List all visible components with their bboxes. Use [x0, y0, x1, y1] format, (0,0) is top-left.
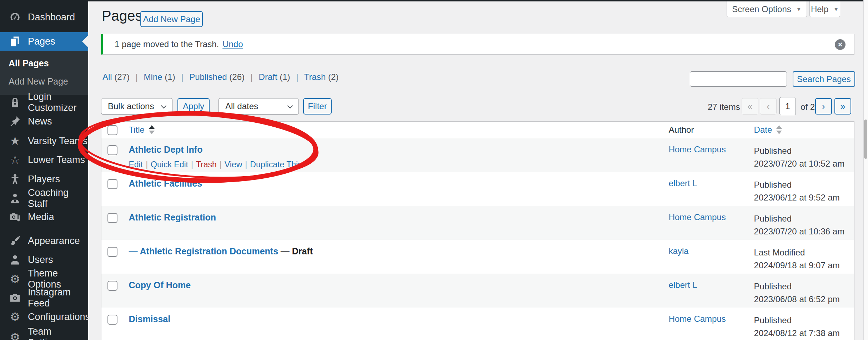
row-checkbox[interactable]	[107, 315, 117, 325]
sidebar-item-pages[interactable]: Pages	[0, 32, 88, 51]
add-new-page-button[interactable]: Add New Page	[140, 11, 203, 27]
author-link[interactable]: Home Campus	[669, 212, 726, 222]
filter-count: (1)	[165, 72, 175, 82]
sort-by-title-header[interactable]: Title	[129, 125, 154, 135]
sidebar-item-varsity-teams[interactable]: ★ Varsity Teams	[0, 131, 88, 151]
sidebar-item-instagram-feed[interactable]: Instagram Feed	[0, 288, 88, 308]
sidebar-item-label: Dashboard	[28, 12, 75, 23]
trash-link[interactable]: Trash	[196, 160, 217, 169]
page-title-link[interactable]: Athletic Dept Info	[129, 144, 202, 154]
last-page-button[interactable]: »	[834, 98, 851, 115]
dismiss-notice-icon[interactable]: ✕	[835, 39, 846, 50]
screen-options-tab[interactable]: Screen Options ▼	[727, 1, 807, 17]
table-header-row: Title Author Date	[101, 122, 854, 138]
admin-sidebar: Dashboard Pages All Pages Add New Page L…	[0, 0, 88, 340]
camera-icon	[8, 291, 22, 305]
undo-link[interactable]: Undo	[222, 39, 243, 49]
chevron-down-icon: ▼	[833, 6, 839, 12]
pages-table: Title Author Date	[101, 121, 854, 340]
sidebar-item-users[interactable]: Users	[0, 250, 88, 269]
pages-icon	[8, 34, 22, 49]
row-checkbox[interactable]	[107, 247, 117, 257]
author-column-header: Author	[663, 122, 748, 138]
table-row: Athletic Dept Info Edit|Quick Edit|Trash…	[101, 138, 854, 172]
row-actions: Edit|Quick Edit|Trash|View|Duplicate Thi…	[129, 160, 662, 169]
author-link[interactable]: Home Campus	[669, 144, 726, 154]
page-title-link[interactable]: Athletic Facilities	[129, 178, 202, 188]
sidebar-item-all-pages[interactable]: All Pages	[0, 54, 88, 72]
sidebar-item-coaching-staff[interactable]: Coaching Staff	[0, 189, 88, 208]
sidebar-item-login-customizer[interactable]: Login Customizer	[0, 93, 88, 112]
gear-icon: ⚙	[8, 330, 22, 340]
prev-page-button[interactable]: ‹	[760, 98, 777, 115]
wordpress-pages-screen: Dashboard Pages All Pages Add New Page L…	[0, 0, 868, 340]
next-page-button[interactable]: ›	[815, 98, 832, 115]
bulk-actions-select[interactable]: Bulk actions	[101, 98, 172, 115]
sidebar-item-lower-teams[interactable]: ☆ Lower Teams	[0, 150, 88, 169]
sidebar-item-media[interactable]: Media	[0, 207, 88, 227]
table-row: Copy Of Home elbert L Published2023/06/0…	[101, 274, 854, 308]
help-label: Help	[811, 4, 828, 14]
user-icon	[8, 253, 22, 267]
sidebar-item-team-settings[interactable]: ⚙ Team Settings	[0, 328, 88, 340]
search-input[interactable]	[690, 71, 787, 87]
sort-by-date-header[interactable]: Date	[754, 125, 782, 135]
help-tab[interactable]: Help ▼	[809, 1, 840, 17]
sidebar-item-players[interactable]: Players	[0, 169, 88, 189]
scrollbar-thumb[interactable]	[864, 120, 867, 159]
page-title-link[interactable]: — Athletic Registration Documents	[129, 246, 278, 256]
sidebar-item-label: Pages	[28, 36, 55, 47]
search-pages-button[interactable]: Search Pages	[793, 71, 855, 87]
author-link[interactable]: Home Campus	[669, 314, 726, 324]
quick-edit-link[interactable]: Quick Edit	[151, 160, 188, 169]
filter-count: (26)	[229, 72, 245, 82]
select-all-checkbox[interactable]	[107, 125, 117, 135]
author-link[interactable]: kayla	[669, 246, 689, 256]
filter-draft-link[interactable]: Draft	[259, 72, 277, 82]
all-dates-select[interactable]: All dates	[219, 98, 299, 115]
author-link[interactable]: elbert L	[669, 280, 697, 290]
table-row: — Athletic Registration Documents — Draf…	[101, 240, 854, 274]
total-pages-text: of 2	[801, 102, 815, 112]
sidebar-item-appearance[interactable]: Appearance	[0, 231, 88, 250]
filter-count: (27)	[114, 72, 130, 82]
sidebar-item-label: Varsity Teams	[28, 136, 87, 147]
date-value: 2024/08/12 at 7:38 am	[754, 327, 854, 340]
filter-mine-link[interactable]: Mine	[144, 72, 162, 82]
row-checkbox[interactable]	[107, 213, 117, 223]
page-title-link[interactable]: Copy Of Home	[129, 280, 191, 290]
page-title-link[interactable]: Dismissal	[129, 314, 170, 324]
duplicate-this-link[interactable]: Duplicate This	[250, 160, 302, 169]
items-count: 27 items	[708, 102, 740, 112]
sort-arrows-icon	[149, 125, 155, 134]
row-checkbox[interactable]	[107, 179, 117, 189]
apply-button[interactable]: Apply	[177, 98, 210, 115]
edit-link[interactable]: Edit	[129, 160, 143, 169]
filter-all-link[interactable]: All	[102, 72, 112, 82]
view-link[interactable]: View	[225, 160, 242, 169]
gear-icon: ⚙	[8, 310, 22, 324]
sidebar-item-theme-options[interactable]: ⚙ Theme Options	[0, 269, 88, 289]
row-checkbox[interactable]	[107, 145, 117, 155]
sidebar-item-add-new-page[interactable]: Add New Page	[0, 72, 88, 91]
separator: |	[136, 72, 138, 82]
date-value: 2023/07/20 at 10:36 am	[754, 225, 854, 238]
sidebar-item-configurations[interactable]: ⚙ Configurations	[0, 307, 88, 326]
sidebar-item-label: Media	[28, 212, 54, 223]
date-status: Published	[754, 314, 854, 327]
page-title: Pages	[102, 8, 142, 24]
filter-trash-link[interactable]: Trash	[304, 72, 326, 82]
page-title-link[interactable]: Athletic Registration	[129, 212, 216, 222]
author-link[interactable]: elbert L	[669, 178, 697, 188]
sidebar-item-dashboard[interactable]: Dashboard	[0, 7, 88, 27]
pages-submenu: All Pages Add New Page	[0, 51, 88, 95]
date-value: 2024/09/18 at 9:07 am	[754, 259, 854, 272]
lock-icon	[8, 95, 22, 110]
row-checkbox[interactable]	[107, 281, 117, 291]
first-page-button[interactable]: «	[742, 98, 758, 115]
current-page-input[interactable]	[779, 97, 796, 115]
filter-published-link[interactable]: Published	[189, 72, 227, 82]
draft-state-label: — Draft	[281, 246, 313, 256]
filter-button[interactable]: Filter	[303, 98, 332, 115]
sidebar-item-news[interactable]: News	[0, 112, 88, 131]
